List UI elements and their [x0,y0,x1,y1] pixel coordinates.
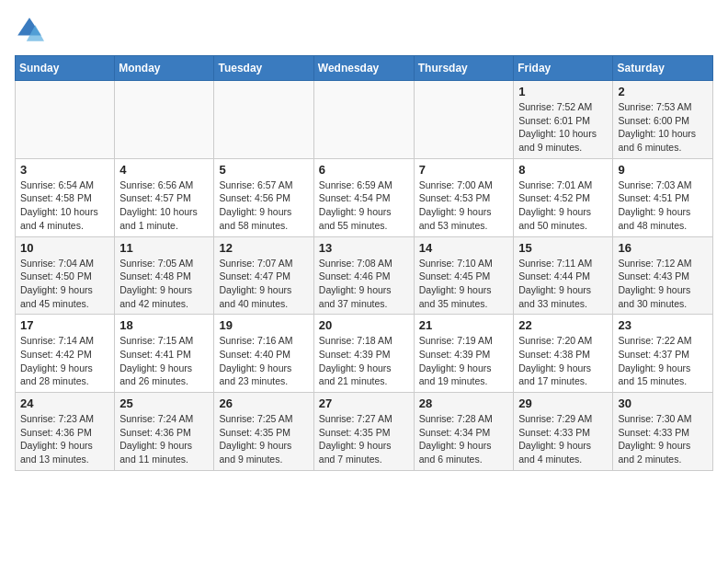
day-number: 12 [219,241,308,255]
day-number: 3 [20,163,109,177]
day-info: Sunrise: 7:27 AM Sunset: 4:35 PM Dayligh… [319,412,409,466]
day-info: Sunrise: 7:05 AM Sunset: 4:48 PM Dayligh… [119,257,209,311]
day-number: 29 [518,396,608,410]
calendar-week-row: 3Sunrise: 6:54 AM Sunset: 4:58 PM Daylig… [16,158,713,236]
day-number: 30 [618,396,708,410]
day-number: 10 [20,241,109,255]
day-number: 7 [419,163,509,177]
calendar-cell: 10Sunrise: 7:04 AM Sunset: 4:50 PM Dayli… [16,236,115,315]
calendar-cell: 3Sunrise: 6:54 AM Sunset: 4:58 PM Daylig… [16,158,115,236]
calendar-cell: 30Sunrise: 7:30 AM Sunset: 4:33 PM Dayli… [613,393,713,471]
day-number: 5 [219,163,308,177]
day-info: Sunrise: 7:14 AM Sunset: 4:42 PM Dayligh… [20,334,109,388]
day-info: Sunrise: 7:28 AM Sunset: 4:34 PM Dayligh… [419,412,509,466]
calendar-cell: 5Sunrise: 6:57 AM Sunset: 4:56 PM Daylig… [214,158,313,236]
day-info: Sunrise: 7:15 AM Sunset: 4:41 PM Dayligh… [119,334,209,388]
calendar-cell: 25Sunrise: 7:24 AM Sunset: 4:36 PM Dayli… [115,393,214,471]
day-number: 25 [119,396,209,410]
day-info: Sunrise: 7:07 AM Sunset: 4:47 PM Dayligh… [219,257,308,311]
day-number: 19 [219,318,308,332]
day-number: 1 [518,85,608,98]
weekday-header: Friday [514,56,613,81]
calendar-cell: 16Sunrise: 7:12 AM Sunset: 4:43 PM Dayli… [613,236,713,315]
day-number: 14 [419,241,509,255]
day-info: Sunrise: 7:53 AM Sunset: 6:00 PM Dayligh… [618,100,708,155]
logo-icon [15,15,44,44]
calendar-cell: 11Sunrise: 7:05 AM Sunset: 4:48 PM Dayli… [115,236,214,315]
calendar-week-row: 17Sunrise: 7:14 AM Sunset: 4:42 PM Dayli… [16,315,713,393]
day-number: 8 [518,163,608,177]
calendar-cell: 24Sunrise: 7:23 AM Sunset: 4:36 PM Dayli… [16,393,115,471]
day-info: Sunrise: 7:22 AM Sunset: 4:37 PM Dayligh… [618,334,708,388]
calendar-cell: 12Sunrise: 7:07 AM Sunset: 4:47 PM Dayli… [214,236,313,315]
day-number: 28 [419,396,509,410]
day-number: 26 [219,396,308,410]
weekday-header: Sunday [16,56,115,81]
calendar-cell: 29Sunrise: 7:29 AM Sunset: 4:33 PM Dayli… [514,393,613,471]
day-info: Sunrise: 7:25 AM Sunset: 4:35 PM Dayligh… [219,412,308,466]
calendar-cell: 23Sunrise: 7:22 AM Sunset: 4:37 PM Dayli… [613,315,713,393]
calendar-cell: 18Sunrise: 7:15 AM Sunset: 4:41 PM Dayli… [115,315,214,393]
weekday-header: Monday [115,56,214,81]
day-number: 6 [319,163,409,177]
calendar: SundayMondayTuesdayWednesdayThursdayFrid… [15,55,713,471]
calendar-cell [313,81,414,159]
calendar-cell: 21Sunrise: 7:19 AM Sunset: 4:39 PM Dayli… [414,315,514,393]
day-info: Sunrise: 7:00 AM Sunset: 4:53 PM Dayligh… [419,178,509,233]
weekday-header: Wednesday [313,56,414,81]
day-number: 21 [419,318,509,332]
day-info: Sunrise: 7:24 AM Sunset: 4:36 PM Dayligh… [119,412,209,466]
day-info: Sunrise: 6:59 AM Sunset: 4:54 PM Dayligh… [319,178,409,233]
header [15,15,713,44]
logo [15,15,48,44]
weekday-row: SundayMondayTuesdayWednesdayThursdayFrid… [16,56,713,81]
calendar-cell [214,81,313,159]
day-number: 11 [119,241,209,255]
day-number: 13 [319,241,409,255]
day-info: Sunrise: 7:20 AM Sunset: 4:38 PM Dayligh… [518,334,608,388]
calendar-cell: 2Sunrise: 7:53 AM Sunset: 6:00 PM Daylig… [613,81,713,159]
day-info: Sunrise: 7:04 AM Sunset: 4:50 PM Dayligh… [20,257,109,311]
day-number: 9 [618,163,708,177]
calendar-cell: 27Sunrise: 7:27 AM Sunset: 4:35 PM Dayli… [313,393,414,471]
calendar-cell: 6Sunrise: 6:59 AM Sunset: 4:54 PM Daylig… [313,158,414,236]
day-number: 17 [20,318,109,332]
day-info: Sunrise: 7:03 AM Sunset: 4:51 PM Dayligh… [618,178,708,233]
calendar-week-row: 24Sunrise: 7:23 AM Sunset: 4:36 PM Dayli… [16,393,713,471]
day-info: Sunrise: 7:23 AM Sunset: 4:36 PM Dayligh… [20,412,109,466]
day-info: Sunrise: 6:57 AM Sunset: 4:56 PM Dayligh… [219,178,308,233]
day-number: 23 [618,318,708,332]
day-number: 15 [518,241,608,255]
day-number: 24 [20,396,109,410]
calendar-cell [115,81,214,159]
calendar-cell [414,81,514,159]
day-number: 27 [319,396,409,410]
calendar-week-row: 10Sunrise: 7:04 AM Sunset: 4:50 PM Dayli… [16,236,713,315]
calendar-cell: 8Sunrise: 7:01 AM Sunset: 4:52 PM Daylig… [514,158,613,236]
calendar-cell: 26Sunrise: 7:25 AM Sunset: 4:35 PM Dayli… [214,393,313,471]
calendar-cell: 4Sunrise: 6:56 AM Sunset: 4:57 PM Daylig… [115,158,214,236]
day-number: 22 [518,318,608,332]
day-info: Sunrise: 7:01 AM Sunset: 4:52 PM Dayligh… [518,178,608,233]
calendar-cell: 13Sunrise: 7:08 AM Sunset: 4:46 PM Dayli… [313,236,414,315]
calendar-cell [16,81,115,159]
day-info: Sunrise: 7:12 AM Sunset: 4:43 PM Dayligh… [618,257,708,311]
day-info: Sunrise: 7:11 AM Sunset: 4:44 PM Dayligh… [518,257,608,311]
day-info: Sunrise: 7:19 AM Sunset: 4:39 PM Dayligh… [419,334,509,388]
day-info: Sunrise: 7:18 AM Sunset: 4:39 PM Dayligh… [319,334,409,388]
weekday-header: Tuesday [214,56,313,81]
weekday-header: Thursday [414,56,514,81]
day-number: 4 [119,163,209,177]
day-info: Sunrise: 7:08 AM Sunset: 4:46 PM Dayligh… [319,257,409,311]
calendar-cell: 17Sunrise: 7:14 AM Sunset: 4:42 PM Dayli… [16,315,115,393]
calendar-cell: 14Sunrise: 7:10 AM Sunset: 4:45 PM Dayli… [414,236,514,315]
calendar-cell: 19Sunrise: 7:16 AM Sunset: 4:40 PM Dayli… [214,315,313,393]
calendar-body: 1Sunrise: 7:52 AM Sunset: 6:01 PM Daylig… [16,81,713,471]
day-number: 20 [319,318,409,332]
calendar-week-row: 1Sunrise: 7:52 AM Sunset: 6:01 PM Daylig… [16,81,713,159]
day-number: 18 [119,318,209,332]
weekday-header: Saturday [613,56,713,81]
day-info: Sunrise: 6:56 AM Sunset: 4:57 PM Dayligh… [119,178,209,233]
calendar-cell: 1Sunrise: 7:52 AM Sunset: 6:01 PM Daylig… [514,81,613,159]
calendar-cell: 7Sunrise: 7:00 AM Sunset: 4:53 PM Daylig… [414,158,514,236]
